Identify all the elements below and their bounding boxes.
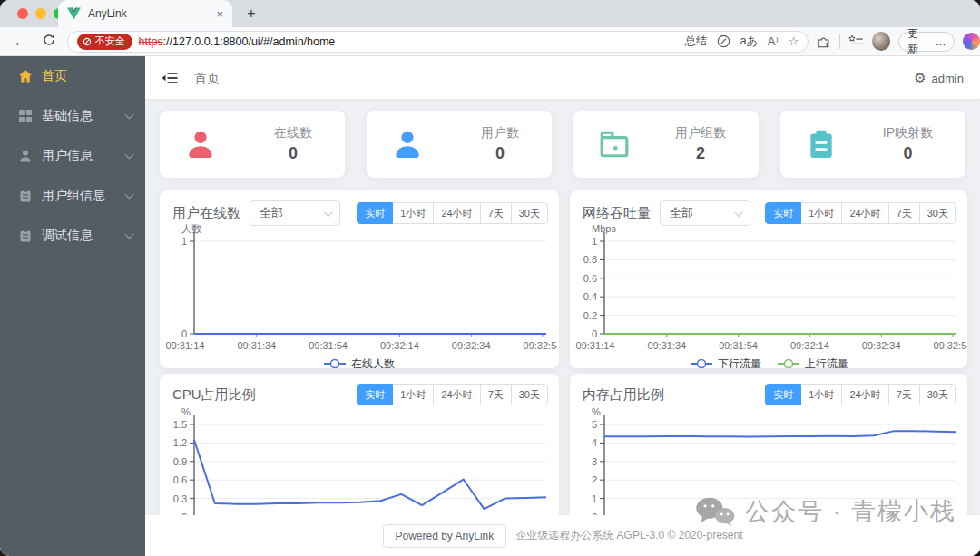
back-icon[interactable]: ← — [11, 34, 29, 49]
svg-text:09:32:14: 09:32:14 — [790, 340, 829, 351]
svg-text:1: 1 — [181, 236, 187, 247]
svg-text:1: 1 — [592, 493, 597, 504]
svg-text:09:31:14: 09:31:14 — [576, 340, 615, 351]
extensions-icon[interactable] — [817, 34, 831, 49]
copilot-icon[interactable] — [963, 33, 980, 50]
app-header: 首页 ⚙ admin — [145, 56, 980, 100]
svg-text:在线人数: 在线人数 — [351, 357, 395, 368]
svg-text:%: % — [592, 406, 601, 417]
summarize-button[interactable]: 总结 — [685, 34, 707, 49]
range-realtime-button[interactable]: 实时 — [765, 384, 801, 405]
range-30d-button[interactable]: 30天 — [511, 384, 548, 405]
range-1h-button[interactable]: 1小时 — [392, 384, 434, 405]
svg-text:09:32:34: 09:32:34 — [862, 340, 901, 351]
range-7d-button[interactable]: 7天 — [888, 384, 920, 405]
svg-text:1.2: 1.2 — [173, 437, 187, 448]
svg-text:下行流量: 下行流量 — [718, 357, 761, 368]
sidebar-item-debug-info[interactable]: 调试信息 — [0, 216, 145, 256]
panel-title: 内存占用比例 — [583, 386, 664, 404]
read-aloud-icon[interactable]: A⁾ — [768, 34, 779, 48]
tab-strip: AnyLink × + — [0, 0, 980, 27]
stat-card-groups: 用户组数2 — [573, 111, 759, 178]
window-minimize-button[interactable] — [35, 8, 46, 19]
svg-text:3: 3 — [592, 456, 597, 467]
svg-text:%: % — [181, 406, 191, 417]
window-close-button[interactable] — [17, 8, 28, 19]
more-icon[interactable]: … — [935, 35, 946, 48]
panel-title: CPU占用比例 — [172, 386, 256, 404]
chevron-down-icon — [734, 208, 743, 217]
sidebar-item-group-info[interactable]: 用户组信息 — [0, 176, 145, 216]
translate-icon[interactable]: aあ — [740, 34, 758, 49]
svg-text:09:31:34: 09:31:34 — [237, 340, 276, 351]
svg-text:09:32:54: 09:32:54 — [524, 340, 557, 351]
range-24h-button[interactable]: 24小时 — [841, 384, 888, 405]
svg-text:1.5: 1.5 — [173, 419, 187, 430]
sidebar-item-home[interactable]: 首页 — [0, 56, 145, 96]
username[interactable]: admin — [932, 72, 964, 85]
gear-icon[interactable]: ⚙ — [914, 70, 926, 86]
svg-text:0: 0 — [181, 328, 187, 339]
address-bar[interactable]: 不安全 https://127.0.0.1:8800/ui/#/admin/ho… — [67, 31, 809, 53]
svg-text:2: 2 — [592, 474, 597, 485]
svg-text:09:32:54: 09:32:54 — [934, 340, 967, 351]
tab-close-icon[interactable]: × — [216, 7, 223, 21]
svg-text:人数: 人数 — [181, 223, 201, 234]
time-range-group: 实时 1小时 24小时 7天 30天 — [357, 384, 548, 405]
stat-label: IP映射数 — [883, 125, 933, 141]
not-secure-badge[interactable]: 不安全 — [77, 34, 132, 50]
panel-title: 网络吞吐量 — [583, 205, 651, 222]
clipboard-icon — [806, 129, 837, 160]
favorite-star-icon[interactable]: ☆ — [789, 34, 799, 48]
range-1h-button[interactable]: 1小时 — [800, 384, 842, 405]
sidebar-item-user-info[interactable]: 用户信息 — [0, 136, 145, 176]
stat-card-online: 在线数0 — [160, 111, 345, 178]
svg-text:0.8: 0.8 — [583, 254, 597, 265]
stat-value: 0 — [883, 144, 933, 163]
svg-text:09:31:54: 09:31:54 — [719, 340, 758, 351]
svg-text:0.9: 0.9 — [173, 456, 187, 467]
watermark-text: 公众号 · 青檬小栈 — [745, 495, 956, 528]
sidebar-item-basic-info[interactable]: 基础信息 — [0, 96, 145, 136]
svg-text:09:31:34: 09:31:34 — [647, 340, 686, 351]
range-realtime-button[interactable]: 实时 — [357, 384, 393, 405]
new-tab-button[interactable]: + — [241, 4, 261, 24]
svg-text:0: 0 — [592, 328, 597, 339]
update-button[interactable]: 更新 … — [898, 32, 955, 52]
chevron-down-icon — [125, 150, 134, 159]
panel-throughput: 网络吞吐量 全部 实时 1小时 24小时 7天 30天 Mbps00.20.40… — [570, 190, 967, 368]
range-24h-button[interactable]: 24小时 — [433, 384, 480, 405]
stat-value: 2 — [675, 144, 726, 163]
breadcrumb[interactable]: 首页 — [194, 71, 220, 87]
toolbar-divider — [839, 34, 840, 49]
browser-tab[interactable]: AnyLink × — [58, 0, 232, 27]
browser-window: AnyLink × + ← 不安全 https://127.0.0.1:8800… — [0, 0, 980, 556]
folder-icon — [599, 129, 630, 160]
stat-label: 用户组数 — [675, 125, 726, 141]
user-icon — [18, 149, 33, 163]
not-secure-icon — [83, 37, 92, 46]
sidebar: 首页 基础信息 用户信息 用户组信息 调试信息 — [0, 56, 145, 556]
stat-label: 用户数 — [481, 125, 519, 141]
clipboard-icon — [18, 229, 33, 243]
svg-text:0.6: 0.6 — [583, 273, 597, 284]
favorites-bar-icon[interactable] — [848, 34, 864, 48]
user-icon — [185, 129, 216, 160]
svg-text:09:32:14: 09:32:14 — [380, 340, 419, 351]
range-7d-button[interactable]: 7天 — [480, 384, 512, 405]
line-chart-svg: Mbps00.20.40.60.8109:31:1409:31:3409:31:… — [572, 221, 967, 368]
reload-icon[interactable] — [40, 34, 58, 49]
watermark: 公众号 · 青檬小栈 — [694, 495, 956, 528]
profile-avatar[interactable] — [872, 32, 891, 51]
chevron-down-icon — [324, 208, 333, 217]
panel-title: 用户在线数 — [172, 205, 240, 222]
pen-circle-icon[interactable] — [717, 34, 730, 48]
svg-text:09:31:54: 09:31:54 — [309, 340, 348, 351]
chevron-down-icon — [125, 229, 134, 239]
collapse-sidebar-icon[interactable] — [162, 70, 178, 86]
chevron-down-icon — [125, 190, 134, 199]
url-text: https://127.0.0.1:8800/ui/#/admin/home — [139, 35, 336, 48]
line-chart-svg: 人数0109:31:1409:31:3409:31:5409:32:1409:3… — [162, 221, 557, 368]
range-30d-button[interactable]: 30天 — [919, 384, 956, 405]
powered-by-button[interactable]: Powered by AnyLink — [383, 524, 507, 548]
